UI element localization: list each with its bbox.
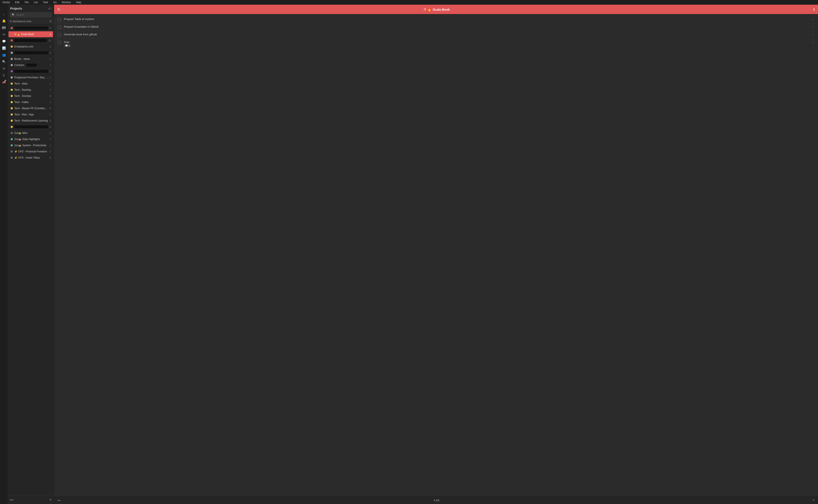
item-count-postponed: 1 <box>50 76 51 79</box>
sort-close-button[interactable]: ✕ <box>49 20 52 23</box>
sidebar-item-tech-redalgo[interactable]: Tech - Red - Algo 2 <box>9 112 53 117</box>
item-count-cfo-asset: 8 <box>50 156 51 159</box>
menu-help[interactable]: Help <box>75 0 82 4</box>
main-footer-dots[interactable]: ••• <box>57 499 61 502</box>
sidebar-item-postponed[interactable]: Postponed Purchase / Buy / Shop 1 <box>9 74 53 80</box>
item-count-scala-book: 4 <box>50 33 51 36</box>
item-count-cfo-ff: 2 <box>50 150 51 153</box>
sidebar-item-tech-masterfp[interactable]: Tech - Master FP (Contributor) 8 <box>9 105 53 111</box>
dot-zzz-system <box>11 144 13 146</box>
nav-today[interactable]: 24 <box>1 31 7 37</box>
dot-contract <box>11 64 13 66</box>
dot-tech-kafka <box>11 101 13 103</box>
sidebar-add-project-button[interactable]: + <box>49 497 52 502</box>
sidebar-header: Projects 🏷 <box>8 5 54 11</box>
item-name-scala-book: !2 🔥 Scala Book <box>14 33 48 36</box>
task-list: Prepare Table of content ☆ Prepare Examp… <box>54 14 818 496</box>
nav-team[interactable]: 👥 <box>1 52 7 58</box>
item-name-tech-redalgo: Tech - Red - Algo <box>14 113 48 116</box>
item-count-p5: 0 <box>50 52 51 54</box>
task-item-4[interactable]: How 💬 1 ☆ <box>54 39 818 49</box>
task-item-3[interactable]: Generate book from github ☆ <box>54 31 818 39</box>
task-checkbox-2[interactable] <box>57 25 61 29</box>
sidebar-item-cfo-ff[interactable]: ⚡ CFO - Financial Freedom 2 <box>9 149 53 155</box>
sidebar-item-tech-reinforcement[interactable]: Tech - Reinforcemnt Learning 0 <box>9 118 53 124</box>
item-count-tech-kafka: 2 <box>50 101 51 103</box>
item-name-tech-akka: Tech - Akka <box>14 82 48 85</box>
task-item-2[interactable]: Prepare Examples in Github ☆ <box>54 23 818 31</box>
tag-icon[interactable]: 🏷 <box>48 7 51 10</box>
dot-p17 <box>11 126 13 128</box>
item-name-tech-backlog: Tech - Backlog <box>14 88 48 91</box>
task-star-1[interactable]: ☆ <box>812 17 815 21</box>
nav-reports[interactable]: 📊 <box>1 45 7 51</box>
dot-p8 <box>11 70 13 72</box>
comment-icon-4: 💬 <box>65 44 68 47</box>
dot-zzz-daily <box>11 138 13 140</box>
dot-tech-redalgo <box>11 113 13 116</box>
sidebar-item-books-ideas[interactable]: Books - Ideas 1 <box>9 56 53 62</box>
dot-cfo-asset <box>11 157 13 159</box>
task-title-1: Prepare Table of content <box>64 17 809 21</box>
task-title-3: Generate book from github <box>64 33 809 36</box>
nav-megaphone[interactable]: 📣 <box>1 79 7 85</box>
menu-file[interactable]: File <box>24 0 29 4</box>
sidebar-item-p8[interactable]: ██████████████████ 1 <box>9 68 53 74</box>
task-star-4[interactable]: ☆ <box>812 40 815 44</box>
sidebar-item-tech-kafka[interactable]: Tech - Kafka 2 <box>9 99 53 105</box>
sidebar-item-p17[interactable]: ████████████████ 6 <box>9 124 53 130</box>
sidebar-footer: ••• + <box>8 495 54 504</box>
menu-list[interactable]: List <box>33 0 39 4</box>
menu-task[interactable]: Task <box>42 0 49 4</box>
refresh-button[interactable]: ↻ <box>57 7 60 11</box>
sidebar-item-zzz-daily[interactable]: Zzz🦔 Daily Highlights 7 <box>9 136 53 142</box>
task-checkbox-4[interactable] <box>57 41 61 44</box>
menu-go[interactable]: Go <box>52 0 57 4</box>
nav-notifications[interactable]: 🔔 <box>1 18 7 24</box>
nav-money[interactable]: $ <box>1 72 7 78</box>
task-content-2: Prepare Examples in Github <box>64 25 809 28</box>
sidebar-item-tech-backlog[interactable]: Tech - Backlog 3 <box>9 87 53 93</box>
sidebar-item-cfo-asset[interactable]: ⚡ CFO - Asset: Piltza 8 <box>9 155 53 161</box>
nav-home[interactable]: ⌂ <box>1 11 7 17</box>
menu-window[interactable]: Window <box>61 0 72 4</box>
task-item-1[interactable]: Prepare Table of content ☆ <box>54 16 818 23</box>
item-name-tech-kafka: Tech - Kafka <box>14 101 48 104</box>
sidebar-item-scala-book[interactable]: !2 🔥 Scala Book 4 <box>9 31 53 37</box>
task-checkbox-3[interactable] <box>57 33 61 37</box>
dot-zzz-misc <box>11 132 13 134</box>
task-title-2: Prepare Examples in Github <box>64 25 809 28</box>
task-star-2[interactable]: ☆ <box>812 25 815 29</box>
item-name-p5: ████████████ <box>14 51 48 54</box>
nav-search[interactable]: 🔍 <box>1 59 7 65</box>
search-input[interactable] <box>16 13 50 16</box>
task-star-3[interactable]: ☆ <box>812 33 815 37</box>
sidebar-item-tech-devops[interactable]: Tech - DevOps 6 <box>9 93 53 99</box>
nav-settings[interactable]: ⚙ <box>1 66 7 72</box>
menu-edit[interactable]: Edit <box>14 0 20 4</box>
sidebar-item-contract[interactable]: Contract - ████ 1 <box>9 62 53 68</box>
add-task-button[interactable]: + <box>812 498 815 503</box>
item-name-tech-devops: Tech - DevOps <box>14 95 48 97</box>
sidebar-item-lukastymo[interactable]: $ lukastymo.com 5 <box>9 44 53 50</box>
sidebar-footer-dots[interactable]: ••• <box>10 498 13 502</box>
search-icon: 🔍 <box>12 13 15 16</box>
dot-tech-devops <box>11 95 13 97</box>
sidebar-item-p1[interactable]: ████████████████ 0 <box>9 25 53 31</box>
sidebar-item-zzz-system[interactable]: Zzz🦔 System - Productivity 1 <box>9 142 53 148</box>
item-name-p8: ██████████████████ <box>14 70 48 73</box>
task-checkbox-1[interactable] <box>57 18 61 21</box>
sidebar-item-zzz-misc[interactable]: Zzz🐢 Misc 5 <box>9 130 53 136</box>
item-count-p17: 6 <box>50 126 51 128</box>
menu-nozbe[interactable]: Nozbe <box>2 0 11 4</box>
sidebar-item-p5[interactable]: ████████████ 0 <box>9 50 53 56</box>
sidebar-item-tech-akka[interactable]: Tech - Akka 2 <box>9 81 53 87</box>
item-count-contract: 1 <box>50 64 51 66</box>
info-button[interactable]: ℹ <box>813 7 815 11</box>
nav-inbox[interactable] <box>1 25 7 31</box>
nav-comments[interactable]: 💬 <box>1 38 7 44</box>
project-name: Scala Book <box>433 8 450 11</box>
sidebar-item-p3[interactable]: ████████████████ 13 <box>9 37 53 43</box>
dot-tech-backlog <box>11 89 13 91</box>
fire-icon: 🔥 <box>427 7 431 11</box>
